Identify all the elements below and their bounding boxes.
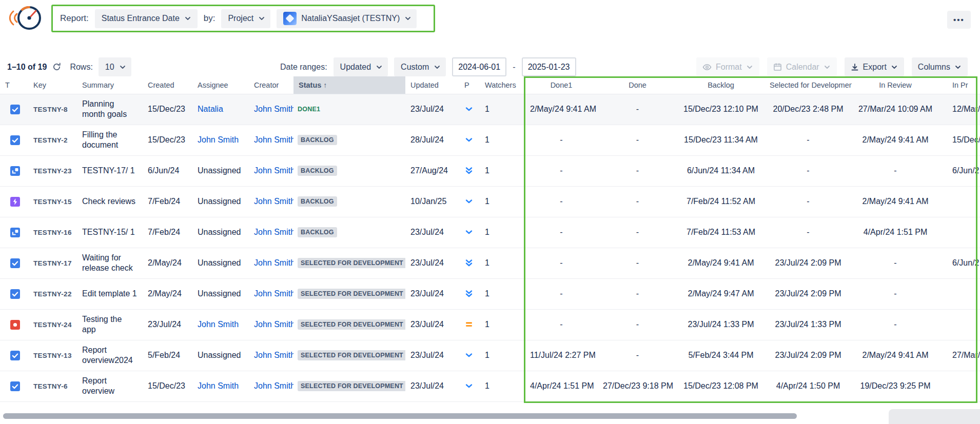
format-button[interactable]: Format — [696, 57, 759, 76]
creator-link[interactable]: John Smith — [254, 258, 293, 267]
status-entrance-cell: 15/Dec/23 11:34 AM — [677, 125, 765, 155]
issue-key[interactable]: TESTNY-8 — [33, 106, 68, 113]
type-cell — [0, 340, 28, 371]
date-field-select[interactable]: Updated — [334, 57, 388, 76]
date-from-input[interactable]: 2024-06-01 — [452, 57, 506, 76]
status-entrance-cell: - — [598, 309, 677, 340]
issue-key[interactable]: TESTNY-13 — [33, 352, 72, 359]
creator-cell: John Smith — [249, 186, 293, 217]
creator-link[interactable]: John Smith — [254, 351, 293, 359]
status-entrance-cell: - — [598, 186, 677, 217]
issue-key[interactable]: TESTNY-17 — [33, 259, 72, 267]
summary-cell: Filling the document — [77, 125, 143, 155]
issue-summary[interactable]: Edit template 1 — [82, 289, 138, 299]
project-select[interactable]: NataliaYSaasjet (TESTNY) — [277, 9, 417, 28]
assignee-link[interactable]: Natalia — [198, 105, 223, 113]
status-lozenge: BACKLOG — [298, 166, 337, 176]
creator-link[interactable]: John Smith — [254, 166, 293, 175]
created-cell: 15/Dec/23 — [143, 94, 192, 125]
creator-link[interactable]: John Smith — [254, 135, 293, 144]
columns-button[interactable]: Columns — [912, 57, 968, 76]
status-entrance-cell: - — [598, 155, 677, 186]
created-cell: 2/May/24 — [143, 278, 192, 309]
column-header-key[interactable]: Key — [28, 76, 77, 94]
issue-summary[interactable]: Check reviews — [82, 196, 138, 207]
column-header-in-pr[interactable]: In Pr — [939, 76, 980, 94]
issues-table-wrap: TKeySummaryCreatedAssigneeCreatorStatus … — [0, 76, 980, 403]
summary-cell: Planning month goals — [77, 94, 143, 125]
updated-cell: 23/Jul/24 — [405, 278, 459, 309]
export-label: Export — [863, 63, 887, 72]
column-header-selected-for-development[interactable]: Selected for Development — [765, 76, 852, 94]
column-header-watchers[interactable]: Watchers — [480, 76, 525, 94]
status-cell: SELECTED FOR DEVELOPMENT — [293, 309, 405, 340]
refresh-icon[interactable] — [52, 63, 61, 71]
column-header-status[interactable]: Status ↑ — [293, 76, 405, 94]
issue-summary[interactable]: Filling the document — [82, 130, 138, 150]
type-cell — [0, 278, 28, 309]
toolbar-right: Format Calendar Export Columns — [696, 57, 968, 76]
status-entrance-cell: 2/May/24 9:41 AM — [677, 248, 765, 278]
column-header-updated[interactable]: Updated — [405, 76, 459, 94]
assignee-cell: Unassigned — [192, 248, 249, 278]
column-header-creator[interactable]: Creator — [249, 76, 293, 94]
status-entrance-cell: 27/Mar/2 — [939, 340, 980, 371]
column-header-t[interactable]: T — [0, 76, 28, 94]
creator-link[interactable]: John Smith — [254, 105, 293, 113]
status-entrance-cell: - — [525, 278, 598, 309]
column-header-assignee[interactable]: Assignee — [192, 76, 249, 94]
group-by-select[interactable]: Project — [221, 9, 270, 28]
creator-link[interactable]: John Smith — [254, 197, 293, 206]
more-options-button[interactable]: ••• — [947, 11, 971, 29]
horizontal-scrollbar-thumb[interactable] — [3, 413, 797, 419]
creator-link[interactable]: John Smith — [254, 289, 293, 298]
table-header-row: TKeySummaryCreatedAssigneeCreatorStatus … — [0, 76, 980, 94]
issue-summary[interactable]: TESTNY-15/ 1 — [82, 227, 138, 237]
key-cell: TESTNY-23 — [28, 155, 77, 186]
status-entrance-cell: 27/Mar/24 10:09 AM — [852, 94, 939, 125]
column-header-p[interactable]: P — [459, 76, 480, 94]
export-button[interactable]: Export — [845, 57, 904, 76]
assignee-link[interactable]: John Smith — [198, 320, 239, 329]
creator-link[interactable]: John Smith — [254, 320, 293, 329]
issue-summary[interactable]: Waiting for release check — [82, 253, 138, 273]
key-cell: TESTNY-15 — [28, 186, 77, 217]
status-entrance-cell: 5/Feb/24 3:44 PM — [677, 340, 765, 371]
assignee-link[interactable]: John Smith — [198, 381, 239, 390]
column-header-summary[interactable]: Summary — [77, 76, 143, 94]
priority-low-icon — [464, 105, 474, 114]
status-entrance-cell: 23/Jul/24 1:33 PM — [765, 309, 852, 340]
issue-key[interactable]: TESTNY-23 — [33, 167, 72, 175]
issue-key[interactable]: TESTNY-16 — [33, 229, 72, 236]
report-type-select[interactable]: Status Entrance Date — [95, 9, 198, 28]
issue-key[interactable]: TESTNY-24 — [33, 321, 72, 329]
task-icon — [10, 105, 20, 114]
issue-summary[interactable]: TESTNY-17/ 1 — [82, 166, 138, 176]
issue-key[interactable]: TESTNY-2 — [33, 136, 68, 144]
issue-summary[interactable]: Report overview2024 — [82, 345, 138, 365]
updated-cell: 23/Jul/24 — [405, 217, 459, 248]
rows-per-page-select[interactable]: 10 — [99, 57, 131, 76]
range-type-select[interactable]: Custom — [394, 57, 446, 76]
assignee-cell: Unassigned — [192, 340, 249, 371]
column-header-backlog[interactable]: Backlog — [677, 76, 765, 94]
issue-summary[interactable]: Report overview — [82, 376, 138, 396]
calendar-button[interactable]: Calendar — [767, 57, 837, 76]
column-header-done[interactable]: Done — [598, 76, 677, 94]
column-header-created[interactable]: Created — [143, 76, 192, 94]
eye-icon — [702, 63, 712, 72]
creator-link[interactable]: John Smith — [254, 228, 293, 236]
issue-key[interactable]: TESTNY-6 — [33, 382, 68, 390]
date-to-input[interactable]: 2025-01-23 — [522, 57, 576, 76]
issue-summary[interactable]: Testing the app — [82, 314, 138, 334]
column-header-done1[interactable]: Done1 — [525, 76, 598, 94]
issue-key[interactable]: TESTNY-15 — [33, 198, 72, 206]
assignee-link[interactable]: John Smith — [198, 135, 239, 144]
creator-link[interactable]: John Smith — [254, 381, 293, 390]
status-entrance-cell — [939, 217, 980, 248]
issue-key[interactable]: TESTNY-22 — [33, 290, 72, 298]
status-entrance-cell: 12/Mar/2 — [939, 94, 980, 125]
issue-summary[interactable]: Planning month goals — [82, 99, 138, 119]
priority-lowest-icon — [464, 289, 474, 298]
column-header-in-review[interactable]: In Review — [852, 76, 939, 94]
